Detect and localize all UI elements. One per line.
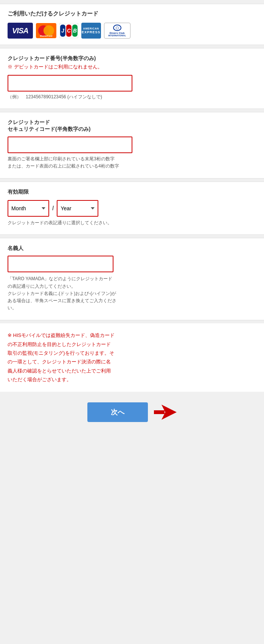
svg-rect-12 <box>154 410 165 414</box>
expiry-year-select[interactable]: Year 2024 2025 2026 2027 2028 2029 2030 … <box>57 200 98 217</box>
expiry-section: 有効期限 Month 01 02 03 04 05 06 07 08 09 10… <box>0 182 264 235</box>
svg-text:B: B <box>73 28 77 34</box>
cardholder-name-input[interactable] <box>8 256 113 272</box>
cardholder-section: 名義人 「TARO YAMADA」などのようにクレジットカード の表記通りに入力… <box>0 238 264 320</box>
card-logos-section: ご利用いただけるクレジットカード VISA MasterCard J C B <box>0 4 264 45</box>
card-number-label: クレジットカード番号(半角数字のみ) <box>8 55 256 62</box>
card-number-warning: ※ デビットカードはご利用になれません。 <box>8 64 256 70</box>
svg-text:C: C <box>67 28 71 34</box>
svg-point-2 <box>43 25 54 36</box>
submit-section: 次へ <box>0 395 264 433</box>
security-code-description: 裏面のご署名欄上部に印刷されている末尾3桁の数字 または、カード表面の右上に記載… <box>8 155 256 170</box>
mastercard-logo: MasterCard <box>36 23 56 38</box>
card-number-example: （例） 1234567890123456 (ハイフンなしで) <box>8 94 256 100</box>
cardholder-description: 「TARO YAMADA」などのようにクレジットカード の表記通りに入力してくだ… <box>8 275 256 312</box>
arrow-icon <box>154 403 177 422</box>
submit-button[interactable]: 次へ <box>87 402 148 422</box>
diners-logo: ◯ Diners Club INTERNATIONAL <box>104 23 130 39</box>
expiry-month-select[interactable]: Month 01 02 03 04 05 06 07 08 09 10 11 1… <box>8 200 49 217</box>
card-logos-row: VISA MasterCard J C B AMERICAN <box>8 23 256 39</box>
card-number-input[interactable] <box>8 75 132 92</box>
svg-text:MasterCard: MasterCard <box>40 35 52 37</box>
jcb-logo: J C B <box>59 23 78 38</box>
security-code-input[interactable] <box>8 137 132 153</box>
expiry-hint: クレジットカードの表記通りに選択してください。 <box>8 220 256 226</box>
security-code-section: クレジットカード セキュリティコード(半角数字のみ) 裏面のご署名欄上部に印刷さ… <box>0 112 264 178</box>
expiry-label: 有効期限 <box>8 189 256 196</box>
page-container: ご利用いただけるクレジットカード VISA MasterCard J C B <box>0 0 264 437</box>
amex-logo: AMERICAN EXPRESS <box>81 23 101 39</box>
expiry-separator: / <box>52 205 54 212</box>
cardholder-label: 名義人 <box>8 245 256 252</box>
visa-logo: VISA <box>8 23 33 39</box>
notice-section: ※ HISモバイルでは盗難紛失カード、偽造カード の不正利用防止を目的としたクレ… <box>0 323 264 391</box>
security-code-label: クレジットカード セキュリティコード(半角数字のみ) <box>8 119 256 133</box>
svg-text:J: J <box>61 28 65 34</box>
card-number-section: クレジットカード番号(半角数字のみ) ※ デビットカードはご利用になれません。 … <box>0 48 264 109</box>
notice-text: ※ HISモバイルでは盗難紛失カード、偽造カード の不正利用防止を目的としたクレ… <box>8 331 256 384</box>
cards-section-title: ご利用いただけるクレジットカード <box>8 10 256 17</box>
